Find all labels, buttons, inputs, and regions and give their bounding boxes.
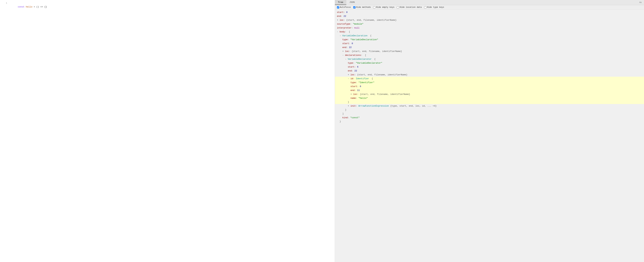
tree-val: {start, end, filename, identifierName} — [346, 18, 396, 22]
tree-val: 22 — [349, 46, 352, 49]
tree-val: [ — [349, 30, 350, 34]
tree-line-highlighted: start: 6 — [335, 84, 644, 88]
tree-key: interpreter — [337, 26, 352, 30]
tree-val: {start, end, filename, identifierName} — [352, 49, 402, 53]
tree-key: start — [348, 65, 354, 69]
tree-type: ArrowFunctionExpression — [358, 104, 389, 108]
tab-tree[interactable]: Tree — [335, 0, 346, 5]
tree-line: + loc: {start, end, filename, identifier… — [335, 18, 644, 22]
tree-val: "Identifier" — [358, 81, 374, 84]
tree-brace: ] — [342, 112, 344, 116]
toggle-minus[interactable]: - — [345, 57, 348, 61]
tree-key: loc — [350, 73, 354, 76]
tree-val: "VariableDeclaration" — [350, 38, 378, 41]
code-line-1: 1 const hello = () => {} — [0, 1, 335, 12]
tree-brace: } — [348, 100, 349, 104]
tab-timestamp: 4m — [639, 1, 644, 4]
tree-val: { — [374, 57, 376, 61]
tree-line-highlighted: } — [335, 100, 644, 104]
code-rest: = () => {} — [32, 5, 47, 8]
option-hide-empty-keys[interactable]: Hide empty keys — [373, 6, 394, 8]
toggle-minus[interactable]: - — [342, 53, 345, 57]
tree-val: {start, end, filename, identifierName} — [360, 92, 410, 96]
label-hide-location-data: Hide location data — [400, 6, 422, 8]
tree-line: - body: [ — [335, 30, 644, 34]
toggle-minus[interactable]: - — [337, 30, 340, 34]
toggle-minus[interactable]: - — [340, 34, 342, 37]
tree-line-highlighted: type: "Identifier" — [335, 81, 644, 84]
tree-val: "VariableDeclarator" — [356, 61, 382, 65]
tree-key: loc — [353, 92, 357, 96]
tree-key: type — [350, 81, 356, 84]
tree-val: [ — [365, 53, 366, 57]
tree-line: start: 0 — [335, 41, 644, 45]
tree-key: loc — [340, 18, 344, 22]
tree-key: start — [337, 10, 344, 14]
tree-line: } — [335, 120, 644, 124]
tree-key: end — [342, 46, 346, 49]
tab-json[interactable]: JSON — [346, 0, 358, 5]
tree-content: start: 0 end: 22 + loc: {start, end, fil… — [335, 10, 644, 262]
checkbox-hide-methods[interactable] — [353, 6, 356, 8]
tree-val: {type, start, end, loc, id, ... +4} — [390, 104, 436, 108]
tree-key: start — [342, 42, 349, 45]
tree-line: end: 22 — [335, 69, 644, 73]
line-number-1: 1 — [2, 1, 7, 5]
checkbox-autofocus[interactable] — [337, 6, 339, 8]
toggle-plus[interactable]: + — [337, 18, 340, 22]
tree-key: loc — [345, 49, 349, 53]
tree-line: } — [335, 108, 644, 112]
tree-val: 6 — [360, 85, 361, 88]
tree-val: 0 — [352, 42, 353, 45]
option-hide-type-keys[interactable]: Hide type keys — [424, 6, 444, 8]
tree-line: start: 6 — [335, 65, 644, 69]
tree-key: VariableDeclaration — [342, 34, 367, 37]
tree-val: "hello" — [358, 96, 368, 100]
tree-val: {start, end, filename, identifierName} — [357, 73, 407, 76]
tree-line-highlighted: - id: Identifier { — [335, 77, 644, 81]
toggle-plus[interactable]: + — [348, 104, 350, 108]
checkbox-hide-location-data[interactable] — [397, 6, 399, 8]
tree-line: end: 22 — [335, 45, 644, 49]
tree-line: sourceType: "module" — [335, 22, 644, 26]
checkbox-hide-empty-keys[interactable] — [373, 6, 375, 8]
tree-line: type: "VariableDeclarator" — [335, 61, 644, 65]
tree-val: null — [354, 26, 360, 30]
tree-key: kind — [342, 116, 348, 119]
tree-key: end — [337, 14, 341, 18]
label-hide-empty-keys: Hide empty keys — [376, 6, 394, 8]
tree-line: type: "VariableDeclaration" — [335, 38, 644, 41]
tree-line: ] — [335, 112, 644, 116]
tabs-row: Tree JSON 4m — [335, 0, 644, 5]
toggle-plus[interactable]: + — [348, 73, 350, 76]
option-hide-methods[interactable]: Hide methods — [353, 6, 371, 8]
tree-line: end: 22 — [335, 14, 644, 18]
tree-key: init — [350, 104, 356, 108]
tree-key: type — [342, 38, 348, 41]
tree-key: end — [348, 69, 352, 73]
tree-key: name — [350, 96, 356, 100]
code-content-1: const hello = () => {} — [10, 1, 47, 12]
label-hide-methods: Hide methods — [356, 6, 371, 8]
option-hide-location-data[interactable]: Hide location data — [397, 6, 422, 8]
tree-key: body — [340, 30, 345, 34]
options-row: Autofocus Hide methods Hide empty keys H… — [335, 5, 644, 10]
tree-key: sourceType — [337, 22, 350, 26]
tree-line: start: 0 — [335, 10, 644, 14]
toggle-minus[interactable]: - — [348, 77, 350, 80]
tree-brace: } — [340, 120, 341, 123]
toggle-plus[interactable]: + — [342, 49, 345, 53]
keyword-const: const — [18, 5, 24, 8]
tree-key: id — [350, 77, 353, 80]
tree-line: kind: "const" — [335, 116, 644, 120]
label-autofocus: Autofocus — [340, 6, 351, 8]
tree-val: "const" — [350, 116, 360, 119]
toggle-plus[interactable]: + — [350, 92, 353, 96]
tree-val: 6 — [357, 65, 358, 69]
tree-line: + loc: {start, end, filename, identifier… — [335, 73, 644, 77]
option-autofocus[interactable]: Autofocus — [337, 6, 351, 8]
tree-key: type — [348, 61, 353, 65]
checkbox-hide-type-keys[interactable] — [424, 6, 426, 8]
tree-type: Identifier — [356, 77, 369, 80]
tree-val: 0 — [346, 10, 348, 14]
